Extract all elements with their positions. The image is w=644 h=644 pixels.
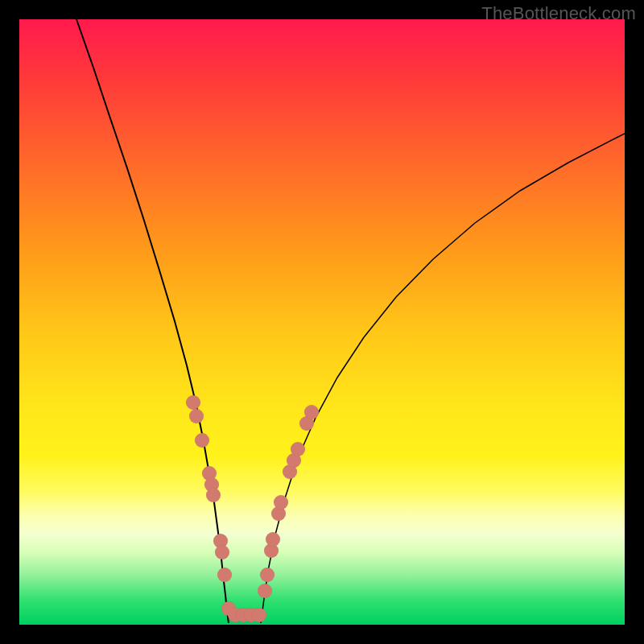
- chart-svg: [19, 19, 625, 625]
- right-curve: [261, 134, 625, 623]
- chart-frame: TheBottleneck.com: [0, 0, 644, 644]
- marker-dot: [260, 568, 275, 582]
- plot-area: [19, 19, 625, 625]
- marker-dot: [206, 488, 221, 502]
- marker-dot: [291, 442, 305, 456]
- marker-dot: [189, 409, 204, 423]
- marker-dot: [186, 395, 200, 410]
- left-curve: [76, 19, 229, 623]
- marker-group: [186, 395, 319, 622]
- watermark-text: TheBottleneck.com: [481, 3, 636, 24]
- marker-dot: [304, 405, 319, 419]
- marker-dot: [217, 568, 232, 582]
- marker-dot: [258, 584, 272, 598]
- marker-dot: [252, 608, 266, 622]
- marker-dot: [266, 532, 280, 547]
- marker-dot: [215, 545, 229, 559]
- marker-dot: [195, 433, 209, 448]
- marker-dot: [274, 495, 288, 510]
